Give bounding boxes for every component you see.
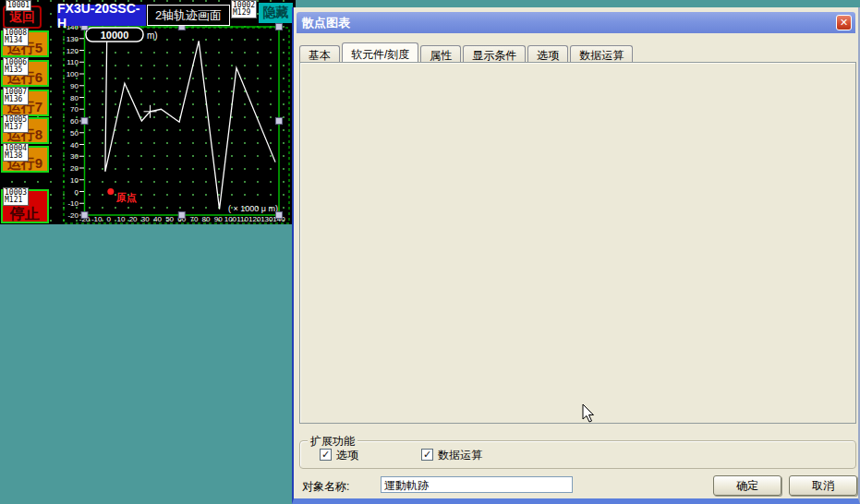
extended-function-group-box: 扩展功能 (299, 440, 856, 469)
y-tick-label: 10 (70, 176, 79, 185)
trajectory-trace (105, 28, 275, 209)
device-label: 10002 M129 (231, 0, 257, 18)
y-tick-label: 100 (67, 70, 79, 78)
value-display-suffix: m) (147, 30, 158, 41)
selection-handle[interactable] (276, 118, 283, 125)
axis-unit-label: ( × 1000 μ m) (228, 204, 278, 213)
option-checkbox[interactable]: ✓ (320, 449, 332, 461)
device-label: 10005 M137 (3, 114, 29, 133)
x-tick-label: 130 (260, 215, 273, 223)
x-tick-label: 50 (165, 215, 174, 223)
y-tick-label: 50 (70, 129, 79, 138)
y-tick-label: 120 (67, 47, 79, 55)
x-tick-label: 20 (129, 215, 138, 223)
device-label: 10007 M136 (3, 87, 29, 105)
x-tick-label: 100 (224, 215, 237, 223)
x-tick-label: 30 (141, 215, 150, 223)
selection-handle[interactable] (81, 212, 88, 219)
x-tick-label: -10 (91, 215, 103, 223)
selection-handle[interactable] (276, 212, 283, 219)
data-operation-checkbox[interactable]: ✓ (421, 449, 433, 461)
y-tick-label: 20 (70, 164, 79, 173)
page-title-text: 2轴轨迹画面 (147, 5, 230, 26)
data-operation-checkbox-label[interactable]: 数据运算 (438, 448, 482, 463)
scatter-chart-dialog: 散点图表 ✕ 基本软元件/刻度属性显示条件选项数据运算 软元件 数据长度: 16… (292, 7, 860, 504)
x-tick-label: 10 (117, 215, 126, 223)
y-tick-label: -20 (67, 211, 79, 220)
object-name-input[interactable]: 運動軌跡 (381, 476, 573, 493)
screenshot-stage: 1401301201101009080706050403020100-10-20… (0, 0, 860, 504)
x-tick-label: 110 (236, 215, 248, 223)
y-tick-label: 30 (70, 152, 79, 161)
y-tick-label: 130 (67, 35, 79, 43)
mouse-cursor (582, 403, 597, 424)
x-tick-label: 40 (153, 215, 162, 223)
hide-toggle-button[interactable]: 隐藏 (259, 3, 293, 23)
x-tick-label: 90 (214, 215, 223, 223)
y-tick-label: -10 (67, 199, 79, 208)
got-screen: 1401301201101009080706050403020100-10-20… (0, 0, 296, 224)
object-name-label: 对象名称: (302, 479, 349, 495)
device-label: 10006 M135 (3, 57, 29, 76)
x-tick-label: 70 (189, 215, 198, 223)
dialog-title: 散点图表 (302, 15, 350, 31)
selection-handle[interactable] (81, 118, 88, 125)
tab-pane-device-scale (299, 62, 856, 424)
y-tick-label: 80 (70, 94, 79, 102)
y-tick-label: 60 (70, 117, 79, 126)
ok-button[interactable]: 确定 (713, 475, 781, 496)
selection-marquee (64, 28, 289, 223)
chart-frame (85, 27, 280, 215)
x-tick-label: 80 (202, 215, 211, 223)
y-tick-label: 70 (70, 105, 79, 114)
dialog-titlebar[interactable]: 散点图表 ✕ (297, 12, 855, 33)
selection-handle[interactable] (178, 212, 185, 219)
y-tick-label: 90 (70, 82, 79, 90)
selection-handle[interactable] (276, 24, 283, 30)
tab-option[interactable]: 选项 (527, 45, 568, 62)
tab-basic[interactable]: 基本 (299, 45, 340, 62)
y-tick-label: 0 (75, 188, 79, 197)
x-tick-label: 120 (248, 215, 261, 223)
device-label: 10001 (6, 0, 31, 11)
tab-display-condition[interactable]: 显示条件 (463, 45, 526, 62)
device-label: 10008 M134 (3, 28, 29, 46)
device-label: 10003 M121 (3, 187, 29, 206)
tab-data-operation[interactable]: 数据运算 (570, 45, 633, 62)
plc-title-text: FX3U-20SSC-H (57, 5, 146, 26)
y-tick-label: 110 (67, 58, 79, 66)
tab-device-scale[interactable]: 软元件/刻度 (342, 42, 418, 62)
origin-label: 原点 (115, 192, 137, 203)
close-icon[interactable]: ✕ (836, 15, 852, 30)
cancel-button[interactable]: 取消 (789, 475, 857, 496)
tab-strip: 基本软元件/刻度属性显示条件选项数据运算 (299, 42, 635, 62)
y-tick-label: 40 (70, 141, 79, 150)
option-checkbox-label[interactable]: 选项 (336, 448, 358, 463)
tab-attribute[interactable]: 属性 (420, 45, 461, 62)
device-label: 10004 M138 (3, 143, 29, 162)
value-display-text: 10000 (101, 30, 129, 41)
origin-marker (107, 188, 114, 195)
x-tick-label: 0 (107, 215, 112, 223)
